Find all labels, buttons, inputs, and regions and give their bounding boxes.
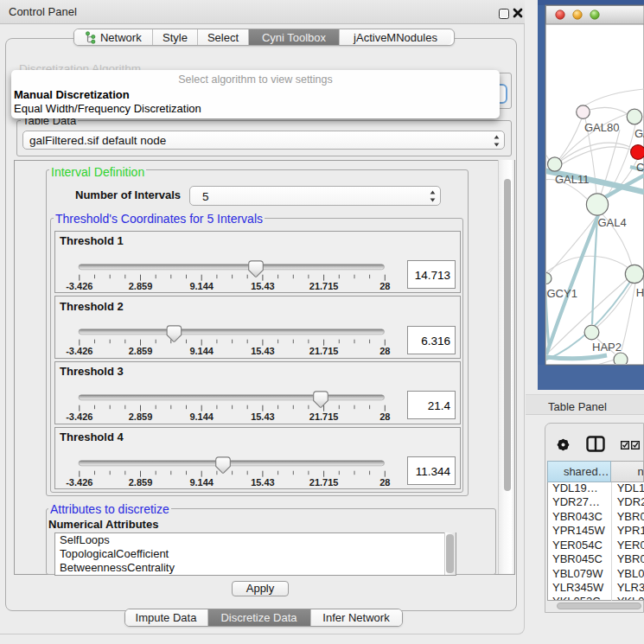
- svg-text:28: 28: [379, 411, 390, 422]
- svg-text:-3.426: -3.426: [66, 281, 92, 291]
- svg-text:9.144: 9.144: [189, 411, 214, 422]
- svg-text:GCY1: GCY1: [547, 287, 577, 300]
- svg-text:GA: GA: [634, 127, 644, 140]
- svg-text:9.144: 9.144: [189, 346, 214, 356]
- svg-text:9.144: 9.144: [189, 477, 214, 488]
- svg-text:H: H: [636, 286, 644, 299]
- svg-text:GAL4: GAL4: [597, 216, 626, 229]
- svg-text:21.715: 21.715: [309, 281, 339, 291]
- svg-text:-3.426: -3.426: [66, 477, 92, 488]
- svg-text:28: 28: [379, 346, 390, 356]
- svg-text:2.859: 2.859: [129, 281, 153, 291]
- svg-text:15.43: 15.43: [251, 411, 275, 422]
- svg-text:21.715: 21.715: [309, 411, 339, 422]
- svg-text:GAL80: GAL80: [584, 121, 619, 134]
- svg-text:9.144: 9.144: [189, 281, 214, 291]
- svg-text:21.715: 21.715: [309, 346, 339, 356]
- svg-text:28: 28: [379, 281, 390, 291]
- svg-text:GAL11: GAL11: [555, 173, 590, 186]
- svg-text:C: C: [636, 161, 644, 174]
- svg-text:15.43: 15.43: [251, 477, 275, 488]
- svg-text:-3.426: -3.426: [66, 346, 92, 356]
- svg-text:21.715: 21.715: [309, 477, 339, 488]
- svg-text:2.859: 2.859: [129, 477, 153, 488]
- svg-text:15.43: 15.43: [251, 346, 275, 356]
- svg-text:HAP2: HAP2: [592, 341, 622, 354]
- svg-text:2.859: 2.859: [129, 346, 153, 356]
- svg-text:-3.426: -3.426: [66, 411, 92, 422]
- svg-text:28: 28: [379, 477, 390, 488]
- svg-text:2.859: 2.859: [129, 411, 153, 422]
- svg-text:15.43: 15.43: [251, 281, 275, 291]
